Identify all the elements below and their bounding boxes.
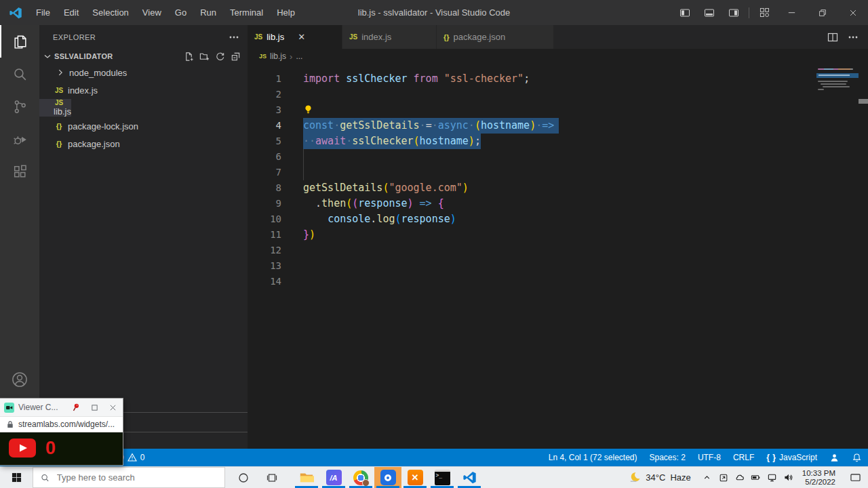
overview-ruler-selection-marker — [859, 99, 868, 104]
weather-status[interactable]: 34°C Haze — [620, 471, 698, 484]
menu-file[interactable]: File — [29, 7, 57, 18]
menu-edit[interactable]: Edit — [57, 7, 85, 18]
code-line[interactable]: 7 — [248, 165, 868, 180]
tray-chevron-up-icon[interactable] — [699, 473, 715, 482]
tree-item-node-modules[interactable]: node_modules — [39, 64, 248, 81]
tree-item-index-js[interactable]: JS index.js — [39, 81, 248, 99]
code-line[interactable]: 11}) — [248, 227, 868, 243]
taskbar-app-xampp[interactable]: ✕ — [401, 467, 429, 488]
start-button[interactable] — [0, 467, 33, 488]
new-file-icon[interactable] — [184, 52, 194, 62]
viewer-close-icon[interactable] — [109, 404, 117, 411]
code-line[interactable]: 8getSslDetails("google.com") — [248, 180, 868, 196]
refresh-icon[interactable] — [215, 52, 225, 62]
tree-item-package-json[interactable]: {} package.json — [39, 135, 248, 152]
editor-more-actions-icon[interactable] — [848, 32, 859, 43]
viewer-maximize-icon[interactable] — [91, 404, 98, 411]
notifications-bell-icon[interactable] — [846, 449, 868, 466]
menu-selection[interactable]: Selection — [85, 7, 135, 18]
screen: File Edit Selection View Go Run Terminal… — [0, 0, 868, 488]
pin-icon[interactable] — [71, 403, 81, 412]
code-line[interactable]: 1import sslChecker from "ssl-checker"; — [248, 71, 868, 87]
tree-item-label: index.js — [68, 85, 98, 96]
folder-section-header[interactable]: SSLVALIDATOR — [39, 49, 248, 64]
menu-go[interactable]: Go — [168, 7, 193, 18]
account-icon[interactable] — [0, 363, 39, 396]
task-view-icon[interactable] — [259, 467, 285, 488]
code-line[interactable]: 4const·getSslDetails·=·async·(hostname)·… — [248, 118, 868, 134]
tree-item-lib-js[interactable]: JS lib.js — [39, 99, 71, 117]
battery-icon[interactable] — [748, 472, 764, 483]
taskbar-app-vscode[interactable] — [456, 467, 483, 488]
explorer-icon[interactable] — [0, 25, 39, 58]
menu-view[interactable]: View — [136, 7, 168, 18]
viewer-count-window[interactable]: Viewer C... streamlabs.com/widgets/... 0 — [0, 399, 123, 465]
toggle-primary-sidebar-icon[interactable] — [673, 0, 697, 25]
taskbar-app-streamlabs[interactable] — [374, 467, 401, 488]
breadcrumb-file[interactable]: lib.js — [270, 52, 286, 61]
code-line[interactable]: 3 — [248, 102, 868, 118]
restore-button[interactable] — [807, 0, 837, 25]
network-icon[interactable] — [764, 472, 781, 483]
cortana-icon[interactable] — [231, 467, 256, 488]
collapse-folders-icon[interactable] — [231, 52, 241, 62]
taskbar-app-chrome[interactable] — [347, 467, 374, 488]
code-line[interactable]: 10 console.log(response) — [248, 211, 868, 227]
extensions-icon[interactable] — [0, 155, 39, 188]
breadcrumb[interactable]: JS lib.js › ... — [248, 49, 868, 64]
onedrive-cloud-icon[interactable] — [732, 472, 748, 483]
minimap[interactable] — [816, 66, 859, 175]
cursor-position-status[interactable]: Ln 4, Col 1 (72 selected) — [542, 449, 644, 466]
tray-ime-icon[interactable] — [715, 473, 732, 483]
code-line[interactable]: 9 .then((response) => { — [248, 196, 868, 211]
split-editor-icon[interactable] — [827, 32, 838, 43]
code-area[interactable]: 1import sslChecker from "ssl-checker";23… — [248, 64, 868, 449]
viewer-window-titlebar[interactable]: Viewer C... — [0, 399, 123, 416]
code-line[interactable]: 6 — [248, 149, 868, 165]
menu-run[interactable]: Run — [193, 7, 223, 18]
volume-icon[interactable] — [781, 472, 797, 483]
explorer-more-actions-icon[interactable] — [229, 32, 239, 43]
tree-item-package-lock-json[interactable]: {} package-lock.json — [39, 117, 248, 135]
run-debug-icon[interactable] — [0, 123, 39, 155]
viewer-address-bar[interactable]: streamlabs.com/widgets/... — [0, 416, 123, 432]
taskbar-search[interactable] — [33, 467, 225, 488]
toggle-panel-icon[interactable] — [697, 0, 722, 25]
code-line[interactable]: 2 — [248, 87, 868, 102]
lightbulb-icon[interactable] — [303, 104, 315, 115]
scrollbar[interactable] — [859, 64, 868, 449]
tab-lib-js[interactable]: JS lib.js ✕ — [248, 25, 342, 49]
encoding-status[interactable]: UTF-8 — [692, 449, 727, 466]
taskbar-app-command-prompt[interactable]: >_ — [429, 467, 456, 488]
taskbar-app-slash-a[interactable]: /A — [320, 467, 347, 488]
feedback-icon[interactable] — [823, 449, 846, 466]
eol-status[interactable]: CRLF — [727, 449, 760, 466]
breadcrumb-symbol[interactable]: ... — [296, 52, 302, 61]
toggle-secondary-sidebar-icon[interactable] — [722, 0, 746, 25]
menu-help[interactable]: Help — [270, 7, 302, 18]
menu-terminal[interactable]: Terminal — [223, 7, 270, 18]
language-mode-status[interactable]: { } JavaScript — [760, 449, 823, 466]
indentation-status[interactable]: Spaces: 2 — [644, 449, 692, 466]
search-input[interactable] — [56, 472, 217, 483]
line-number: 11 — [248, 227, 303, 243]
subscriber-count: 0 — [45, 438, 56, 459]
source-control-icon[interactable] — [0, 90, 39, 123]
tab-package-json[interactable]: {} package.json — [437, 25, 554, 49]
taskbar-clock[interactable]: 10:33 PM 5/2/2022 — [797, 469, 842, 487]
code-lines: 1import sslChecker from "ssl-checker";23… — [248, 71, 868, 289]
code-line[interactable]: 13 — [248, 258, 868, 274]
code-line[interactable]: 14 — [248, 274, 868, 289]
minimize-button[interactable] — [776, 0, 807, 25]
taskbar-app-file-explorer[interactable] — [293, 467, 320, 488]
customize-layout-icon[interactable] — [752, 0, 776, 25]
code-line[interactable]: 5··await·sslChecker(hostname); — [248, 134, 868, 149]
tab-label: index.js — [361, 32, 391, 42]
code-line[interactable]: 12 — [248, 243, 868, 258]
action-center-icon[interactable] — [842, 472, 868, 483]
close-button[interactable] — [837, 0, 868, 25]
tab-index-js[interactable]: JS index.js — [342, 25, 437, 49]
search-icon[interactable] — [0, 58, 39, 90]
tab-close-icon[interactable]: ✕ — [298, 32, 305, 42]
new-folder-icon[interactable] — [199, 52, 210, 62]
